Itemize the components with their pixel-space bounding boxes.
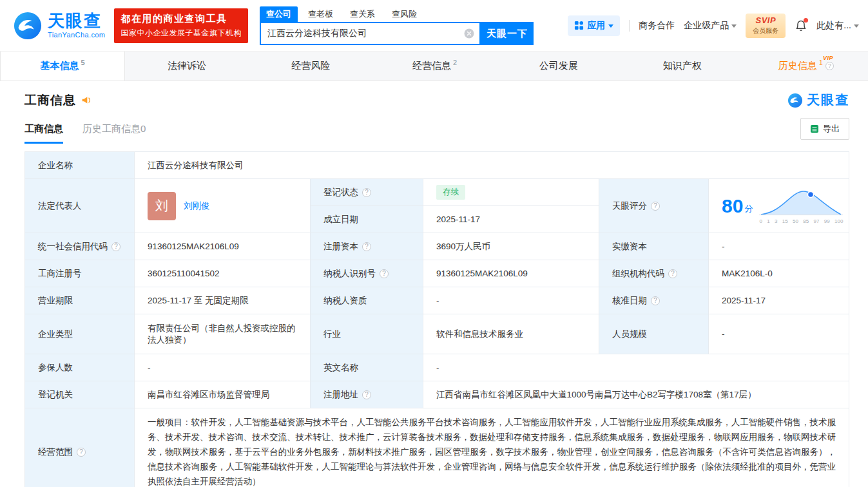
search-tab-boss[interactable]: 查老板: [302, 6, 340, 22]
chevron-down-icon: [608, 24, 613, 30]
legal-rep-label: 法定代表人: [25, 179, 135, 233]
search-tab-company[interactable]: 查公司: [260, 6, 298, 22]
credit-code-value: 91360125MAK2106L09: [135, 233, 311, 260]
help-icon[interactable]: ?: [362, 390, 371, 399]
english-name-value: -: [423, 354, 849, 381]
business-term-value: 2025-11-17 至 无固定期限: [135, 287, 311, 314]
reg-number-label: 工商注册号: [25, 260, 135, 287]
tab-intellectual-property[interactable]: 知识产权: [621, 52, 744, 81]
establish-date-value: 2025-11-17: [423, 206, 599, 233]
help-icon[interactable]: ?: [77, 448, 86, 457]
english-name-label: 英文名称: [311, 354, 423, 381]
search-area: 查公司 查老板 查关系 查风险 天眼一下: [260, 6, 534, 45]
legal-rep-value: 刘 刘刚俊: [135, 179, 311, 233]
tyc-score-link[interactable]: 80 分 0131550859799100: [722, 187, 840, 224]
enterprise-products-menu[interactable]: 企业级产品: [684, 20, 737, 32]
tyc-score-label: 天眼评分?: [599, 179, 709, 233]
notification-bell-icon[interactable]: [795, 19, 807, 32]
notification-dot: [804, 18, 808, 23]
help-icon[interactable]: ?: [362, 188, 371, 197]
clear-icon[interactable]: [464, 28, 474, 39]
top-header: 天眼查 TianYanCha.com 都在用的商业查询工具 国家中小企业发展子基…: [0, 0, 868, 52]
business-cooperation-link[interactable]: 商务合作: [639, 20, 675, 32]
tianyancha-logo[interactable]: 天眼查 TianYanCha.com: [13, 11, 105, 41]
tianyancha-watermark: 天眼查: [787, 91, 849, 109]
tab-operational-risk[interactable]: 经营风险: [249, 52, 372, 81]
help-icon[interactable]: ?: [825, 62, 834, 70]
help-icon[interactable]: ?: [380, 269, 389, 278]
reg-number-value: 360125110041502: [135, 260, 311, 287]
tab-legal-proceedings[interactable]: 法律诉讼: [125, 52, 249, 81]
org-code-value: MAK2106L-0: [709, 260, 849, 287]
search-button[interactable]: 天眼一下: [481, 22, 534, 45]
business-scope-value: 一般项目：软件开发，人工智能基础资源与技术平台，人工智能公共服务平台技术咨询服务…: [135, 408, 849, 487]
staff-size-label: 人员规模: [599, 314, 709, 354]
apps-menu[interactable]: 应用: [568, 15, 620, 36]
tab-business-info[interactable]: 经营信息2: [372, 52, 496, 81]
tab-company-development[interactable]: 公司发展: [497, 52, 621, 81]
search-tab-risk[interactable]: 查风险: [385, 6, 423, 22]
establish-date-label: 成立日期: [311, 206, 423, 233]
tab-history-info[interactable]: 历史信息 VIP 1 ?: [744, 52, 868, 81]
reg-authority-label: 登记机关: [25, 381, 135, 408]
tianyancha-logo-icon: [787, 93, 803, 108]
taxpayer-id-value: 91360125MAK2106L09: [423, 260, 599, 287]
tianyancha-logo-icon: [13, 11, 43, 41]
company-name-label: 企业名称: [25, 152, 135, 179]
score-distribution-chart: 0131550859799100: [759, 187, 843, 224]
chevron-down-icon: [731, 24, 737, 30]
reg-address-label: 注册地址?: [311, 381, 423, 408]
status-badge: 存续: [436, 185, 465, 200]
search-tab-relation[interactable]: 查关系: [343, 6, 381, 22]
paid-capital-value: -: [709, 233, 849, 260]
approval-date-value: 2025-11-17: [709, 287, 849, 314]
legal-rep-avatar[interactable]: 刘: [148, 192, 176, 220]
taxpayer-quality-value: -: [423, 287, 599, 314]
promo-banner: 都在用的商业查询工具 国家中小企业发展子基金旗下机构: [114, 8, 248, 43]
reg-status-label: 登记状态?: [311, 179, 423, 206]
svip-member-badge[interactable]: SVIP 会员服务: [746, 14, 786, 38]
industry-label: 行业: [311, 314, 423, 354]
export-button[interactable]: 导出: [800, 118, 849, 140]
subtab-business-registration[interactable]: 工商信息: [24, 123, 63, 144]
company-type-value: 有限责任公司（非自然人投资或控股的法人独资）: [135, 314, 311, 354]
score-axis-labels: 0131550859799100: [759, 218, 843, 224]
business-info-table: 企业名称 江西云分途科技有限公司 法定代表人 刘 刘刚俊 登记状态? 存续 天眼…: [24, 151, 849, 487]
reg-capital-label: 注册资本?: [311, 233, 423, 260]
org-code-label: 组织机构代码?: [599, 260, 709, 287]
help-icon[interactable]: ?: [668, 269, 677, 278]
business-scope-label: 经营范围?: [25, 408, 135, 487]
search-tabs: 查公司 查老板 查关系 查风险: [260, 6, 534, 22]
logo-brand-text: 天眼查: [48, 12, 105, 29]
legal-rep-link[interactable]: 刘刚俊: [184, 200, 210, 212]
help-icon[interactable]: ?: [651, 202, 660, 211]
reg-status-value: 存续: [423, 179, 599, 206]
vip-tag: VIP: [823, 55, 833, 61]
taxpayer-id-label: 纳税人识别号?: [311, 260, 423, 287]
subtab-history-business-registration[interactable]: 历史工商信息0: [82, 123, 146, 144]
search-input[interactable]: [267, 28, 464, 39]
header-right-nav: 应用 商务合作 企业级产品 SVIP 会员服务 此处有...: [568, 14, 859, 38]
reg-authority-value: 南昌市红谷滩区市场监督管理局: [135, 381, 311, 408]
help-icon[interactable]: ?: [362, 242, 371, 251]
user-menu[interactable]: 此处有...: [816, 20, 859, 32]
company-profile-page: 天眼查 TianYanCha.com 都在用的商业查询工具 国家中小企业发展子基…: [0, 0, 868, 487]
divider: [629, 20, 630, 32]
score-curve: [759, 187, 843, 216]
insured-count-value: -: [135, 354, 311, 381]
apps-grid-icon: [574, 21, 584, 30]
staff-size-value: -: [709, 314, 849, 354]
industry-value: 软件和信息技术服务业: [423, 314, 599, 354]
reg-capital-value: 3690万人民币: [423, 233, 599, 260]
help-icon[interactable]: ?: [111, 242, 121, 251]
main-content: 工商信息 天眼查 工商信息 历史工商信息0: [0, 91, 868, 487]
company-type-label: 企业类型: [25, 314, 135, 354]
announcement-horn-icon[interactable]: [81, 95, 92, 106]
search-box: [260, 22, 481, 45]
reg-address-value: 江西省南昌市红谷滩区凤凰中大道1000号南昌万达中心B2写字楼1708室（第17…: [423, 381, 849, 408]
tyc-score-value: 80 分 0131550859799100: [709, 179, 849, 233]
insured-count-label: 参保人数: [25, 354, 135, 381]
tab-basic-info[interactable]: 基本信息5: [0, 52, 125, 81]
excel-export-icon: [810, 124, 819, 133]
help-icon[interactable]: ?: [651, 296, 660, 305]
